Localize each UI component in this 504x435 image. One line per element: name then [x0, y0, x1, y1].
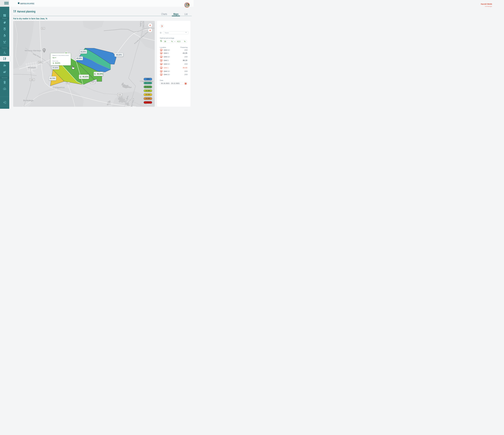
svg-text:Mimosa Alentejo: Mimosa Alentejo — [25, 49, 41, 52]
svg-text:Alvalade: Alvalade — [28, 66, 36, 69]
svg-text:IC1: IC1 — [67, 82, 69, 84]
svg-text:N261: N261 — [39, 61, 42, 63]
svg-text:TUBAL: TUBAL — [140, 21, 142, 27]
svg-text:N261: N261 — [118, 94, 122, 96]
svg-text:IC1: IC1 — [42, 28, 44, 29]
svg-text:N261: N261 — [91, 81, 95, 83]
svg-text:Borbolega: Borbolega — [23, 99, 34, 102]
svg-text:Conqueiros: Conqueiros — [53, 86, 65, 89]
svg-text:DISTRICT: DISTRICT — [142, 21, 144, 29]
svg-text:N262: N262 — [30, 79, 34, 80]
